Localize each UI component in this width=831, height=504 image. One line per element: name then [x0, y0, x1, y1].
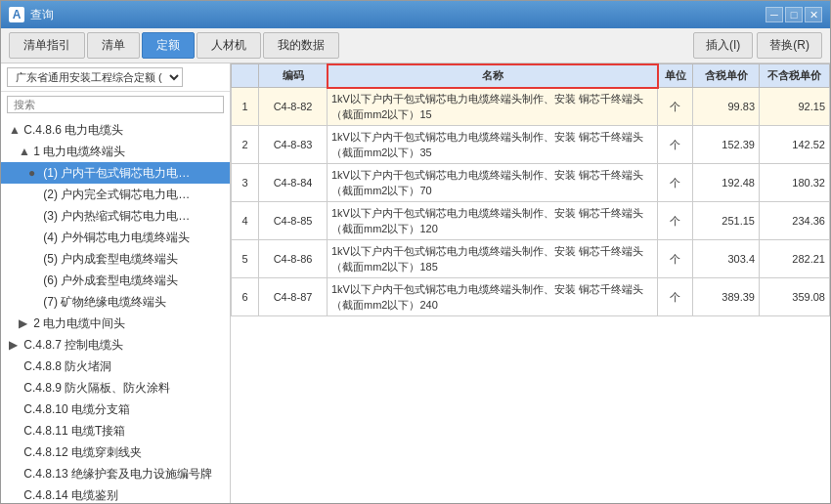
tree-leaf-label: (4) 户外铜芯电力电缆终端头 — [43, 231, 190, 244]
table-row[interactable]: 3 C4-8-84 1kV以下户内干包式铜芯电力电缆终端头制作、安装 铜芯千终端… — [232, 164, 830, 202]
table-row[interactable]: 4 C4-8-85 1kV以下户内干包式铜芯电力电缆终端头制作、安装 铜芯千终端… — [232, 202, 830, 240]
expand-icon: ▶ — [9, 336, 21, 354]
tree-node-c486[interactable]: ▲ C.4.8.6 电力电缆头 — [1, 119, 230, 141]
col-header-unit: 单位 — [658, 64, 693, 88]
left-panel-header: 广东省通用安装工程综合定额 (2018) — [1, 63, 230, 92]
cell-code: C4-8-83 — [259, 126, 328, 164]
tree-leaf-c4810[interactable]: C.4.8.10 电缆分支箱 — [1, 399, 230, 420]
col-header-name: 名称 — [328, 64, 658, 88]
app-icon: A — [9, 7, 24, 22]
tree-leaf-c489[interactable]: C.4.8.9 防火隔板、防火涂料 — [1, 377, 230, 399]
cell-code: C4-8-86 — [259, 240, 328, 278]
cell-code: C4-8-82 — [259, 88, 328, 126]
tree-leaf-6-outdoor-kit[interactable]: (6) 户外成套型电缆终端头 — [1, 270, 230, 291]
minimize-button[interactable]: ─ — [765, 7, 783, 22]
cell-unit: 个 — [658, 202, 693, 240]
cell-tax: 152.39 — [693, 126, 760, 164]
left-panel: 广东省通用安装工程综合定额 (2018) ▲ C.4.8.6 电力电缆头 ▲ 1… — [1, 63, 231, 503]
tree-leaf-label: (5) 户内成套型电缆终端头 — [43, 252, 178, 266]
insert-button[interactable]: 插入(I) — [693, 32, 753, 59]
tab-rencaiji[interactable]: 人材机 — [197, 32, 261, 59]
cell-seq: 3 — [232, 164, 259, 202]
toolbar-actions: 插入(I) 替换(R) — [693, 32, 822, 59]
cell-notax: 234.36 — [760, 202, 830, 240]
tree-leaf-1-indoor-dry[interactable]: ● (1) 户内干包式铜芯电力电… — [1, 162, 230, 184]
window-title: 查询 — [30, 7, 54, 23]
cell-seq: 4 — [232, 202, 259, 240]
cell-seq: 2 — [232, 126, 259, 164]
tree-leaf-c4812[interactable]: C.4.8.12 电缆穿刺线夹 — [1, 441, 230, 463]
title-bar-controls: ─ □ ✕ — [765, 7, 822, 22]
col-header-code: 编码 — [259, 64, 328, 88]
cell-name: 1kV以下户内干包式铜芯电力电缆终端头制作、安装 铜芯千终端头（截面mm2以下）… — [328, 278, 658, 316]
tab-bar: 清单指引 清单 定额 人材机 我的数据 — [9, 32, 339, 59]
toolbar: 清单指引 清单 定额 人材机 我的数据 插入(I) 替换(R) — [1, 28, 830, 63]
tree-leaf-label: C.4.8.14 电缆鉴别 — [23, 488, 118, 502]
cell-unit: 个 — [658, 278, 693, 316]
table-row[interactable]: 5 C4-8-86 1kV以下户内干包式铜芯电力电缆终端头制作、安装 铜芯千终端… — [232, 240, 830, 278]
cell-unit: 个 — [658, 164, 693, 202]
title-bar-left: A 查询 — [9, 7, 54, 23]
cell-tax: 389.39 — [693, 278, 760, 316]
cell-tax: 192.48 — [693, 164, 760, 202]
cell-notax: 92.15 — [760, 88, 830, 126]
cell-name: 1kV以下户内干包式铜芯电力电缆终端头制作、安装 铜芯千终端头（截面mm2以下）… — [328, 126, 658, 164]
tree-node-label: 2 电力电缆中间头 — [33, 316, 125, 330]
table-wrapper: 编码 名称 单位 含税单价 不含税单价 1 C4-8-82 1kV以下户内干包式… — [231, 63, 830, 503]
col-header-tax: 含税单价 — [693, 64, 760, 88]
cell-notax: 359.08 — [760, 278, 830, 316]
replace-button[interactable]: 替换(R) — [757, 32, 822, 59]
cell-code: C4-8-84 — [259, 164, 328, 202]
close-button[interactable]: ✕ — [805, 7, 822, 22]
tree-node-label: C.4.8.7 控制电缆头 — [23, 338, 123, 352]
tab-qingdan[interactable]: 清单 — [87, 32, 140, 59]
cell-unit: 个 — [658, 240, 693, 278]
table-row[interactable]: 2 C4-8-83 1kV以下户内干包式铜芯电力电缆终端头制作、安装 铜芯千终端… — [232, 126, 830, 164]
cell-tax: 251.15 — [693, 202, 760, 240]
tree-leaf-5-indoor-kit[interactable]: (5) 户内成套型电缆终端头 — [1, 248, 230, 270]
tree-leaf-label: (6) 户外成套型电缆终端头 — [43, 273, 178, 287]
cell-tax: 303.4 — [693, 240, 760, 278]
data-table: 编码 名称 单位 含税单价 不含税单价 1 C4-8-82 1kV以下户内干包式… — [231, 63, 830, 316]
tree-leaf-c4814[interactable]: C.4.8.14 电缆鉴别 — [1, 484, 230, 503]
quota-dropdown[interactable]: 广东省通用安装工程综合定额 (2018) — [7, 67, 183, 87]
cell-notax: 142.52 — [760, 126, 830, 164]
cell-unit: 个 — [658, 126, 693, 164]
cell-notax: 180.32 — [760, 164, 830, 202]
cell-name: 1kV以下户内干包式铜芯电力电缆终端头制作、安装 铜芯千终端头（截面mm2以下）… — [328, 88, 658, 126]
tab-mydata[interactable]: 我的数据 — [263, 32, 339, 59]
tree-node-1-terminal[interactable]: ▲ 1 电力电缆终端头 — [1, 141, 230, 162]
cell-code: C4-8-85 — [259, 202, 328, 240]
tree-leaf-c488[interactable]: C.4.8.8 防火堵洞 — [1, 356, 230, 377]
tree-leaf-4-outdoor-copper[interactable]: (4) 户外铜芯电力电缆终端头 — [1, 227, 230, 248]
maximize-button[interactable]: □ — [785, 7, 803, 22]
expand-icon: ▶ — [19, 315, 30, 332]
tree-node-2-mid[interactable]: ▶ 2 电力电缆中间头 — [1, 313, 230, 334]
search-input[interactable] — [7, 96, 224, 113]
tree-leaf-7-mineral[interactable]: (7) 矿物绝缘电缆终端头 — [1, 291, 230, 313]
tree-leaf-label: C.4.8.10 电缆分支箱 — [23, 402, 130, 416]
cell-unit: 个 — [658, 88, 693, 126]
cell-code: C4-8-87 — [259, 278, 328, 316]
tree-leaf-c4811[interactable]: C.4.8.11 电缆T接箱 — [1, 420, 230, 441]
tree-node-label: C.4.8.6 电力电缆头 — [23, 123, 123, 137]
tree-view: ▲ C.4.8.6 电力电缆头 ▲ 1 电力电缆终端头 ● (1) 户内干包式铜… — [1, 117, 230, 503]
main-window: A 查询 ─ □ ✕ 清单指引 清单 定额 人材机 我的数据 插入(I) 替换(… — [0, 0, 831, 504]
tree-leaf-label: C.4.8.9 防火隔板、防火涂料 — [23, 381, 170, 395]
tab-dinge[interactable]: 定额 — [142, 32, 195, 59]
title-bar: A 查询 ─ □ ✕ — [1, 1, 830, 28]
table-row[interactable]: 1 C4-8-82 1kV以下户内干包式铜芯电力电缆终端头制作、安装 铜芯千终端… — [232, 88, 830, 126]
tree-leaf-2-indoor-full[interactable]: (2) 户内完全式铜芯电力电… — [1, 184, 230, 205]
tab-qingdan-zhiyin[interactable]: 清单指引 — [9, 32, 85, 59]
col-header-notax: 不含税单价 — [760, 64, 830, 88]
tree-leaf-label: (3) 户内热缩式铜芯电力电… — [43, 209, 190, 223]
tree-node-c487[interactable]: ▶ C.4.8.7 控制电缆头 — [1, 334, 230, 356]
expand-icon: ▲ — [9, 121, 21, 139]
tree-leaf-label: C.4.8.11 电缆T接箱 — [23, 424, 125, 438]
table-row[interactable]: 6 C4-8-87 1kV以下户内干包式铜芯电力电缆终端头制作、安装 铜芯千终端… — [232, 278, 830, 316]
tree-leaf-c4813[interactable]: C.4.8.13 绝缘护套及电力设施编号牌 — [1, 463, 230, 484]
tree-leaf-label: (7) 矿物绝缘电缆终端头 — [43, 295, 166, 309]
cell-seq: 5 — [232, 240, 259, 278]
cell-name: 1kV以下户内干包式铜芯电力电缆终端头制作、安装 铜芯千终端头（截面mm2以下）… — [328, 202, 658, 240]
tree-leaf-3-indoor-heat[interactable]: (3) 户内热缩式铜芯电力电… — [1, 205, 230, 227]
